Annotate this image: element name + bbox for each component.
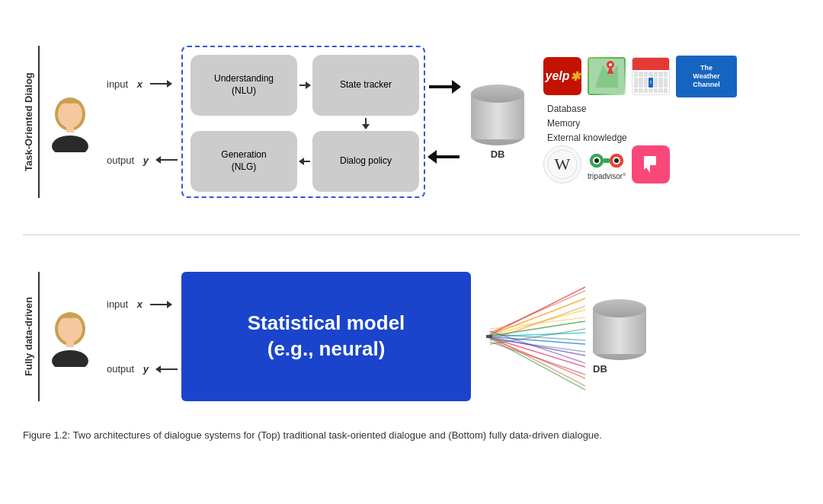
svg-rect-3 bbox=[66, 125, 74, 132]
arrows-to-db bbox=[429, 46, 460, 198]
main-container: Task-Oriented Dialog input x bbox=[0, 0, 823, 504]
weather-channel-icon: TheWeatherChannel bbox=[676, 56, 737, 97]
top-section: Task-Oriented Dialog input x bbox=[23, 15, 800, 228]
input-label-top: input x bbox=[107, 78, 178, 90]
dashed-box: Understanding(NLU) State tracker Generat… bbox=[181, 46, 425, 198]
state-tracker-module: State tracker bbox=[312, 55, 419, 116]
arrow-from-db bbox=[429, 155, 460, 158]
output-label-top: output y bbox=[107, 155, 178, 166]
svg-line-39 bbox=[490, 337, 585, 386]
foursquare-icon bbox=[632, 145, 670, 183]
svg-line-35 bbox=[490, 334, 585, 340]
svg-rect-20 bbox=[66, 340, 74, 347]
svg-text:W: W bbox=[555, 155, 571, 174]
icons-row-top: yelp✱ 5 bbox=[543, 56, 737, 97]
statistical-model-text: Statistical model (e.g., neural) bbox=[248, 311, 405, 362]
right-icons: yelp✱ 5 bbox=[543, 56, 737, 189]
arrow-nlu-to-state bbox=[297, 55, 312, 116]
map-icon bbox=[588, 57, 626, 95]
db-label-bottom: DB bbox=[593, 363, 646, 375]
wikipedia-icon: W bbox=[543, 145, 581, 183]
figure-caption: Figure 1.2: Two architectures of dialogu… bbox=[23, 424, 800, 444]
section-divider bbox=[23, 234, 800, 235]
db-label-top: DB bbox=[491, 148, 505, 160]
arrow-to-db-top bbox=[429, 85, 460, 88]
tripadvisor-icon bbox=[588, 149, 626, 172]
svg-point-19 bbox=[58, 315, 82, 343]
calendar-icon: 5 bbox=[632, 57, 670, 95]
bottom-avatar bbox=[46, 306, 95, 367]
bottom-section: Fully data-driven input x output y bbox=[23, 249, 800, 424]
svg-point-15 bbox=[614, 158, 619, 163]
neural-network-visualization bbox=[486, 272, 585, 401]
nlu-module: Understanding(NLU) bbox=[191, 55, 297, 116]
top-avatar bbox=[46, 91, 95, 152]
arrow-state-to-policy bbox=[312, 116, 419, 131]
top-io-labels: input x output y bbox=[107, 46, 178, 198]
svg-point-2 bbox=[58, 100, 82, 128]
svg-rect-16 bbox=[603, 158, 610, 163]
svg-point-17 bbox=[52, 350, 88, 367]
nlg-module: Generation(NLG) bbox=[191, 131, 297, 192]
db-cylinder-top: DB bbox=[471, 85, 524, 160]
yelp-icon: yelp✱ bbox=[543, 57, 581, 95]
db-cylinder-bottom: DB bbox=[593, 299, 646, 375]
tripadvisor-label: tripadvisor° bbox=[588, 172, 626, 180]
arrow-policy-to-nlg bbox=[297, 131, 312, 192]
output-label-bottom: output y bbox=[107, 363, 178, 375]
dialog-policy-module: Dialog policy bbox=[312, 131, 419, 192]
statistical-model-box: Statistical model (e.g., neural) bbox=[181, 272, 471, 401]
weather-text: TheWeatherChannel bbox=[693, 64, 720, 88]
input-label-bottom: input x bbox=[107, 298, 178, 310]
svg-point-7 bbox=[609, 63, 612, 66]
top-vertical-label: Task-Oriented Dialog bbox=[23, 46, 40, 198]
icons-row-bottom: W tripadvisor° bbox=[543, 145, 737, 183]
bottom-vertical-label: Fully data-driven bbox=[23, 272, 40, 401]
tripadvisor-icon-wrapper: tripadvisor° bbox=[588, 149, 626, 180]
knowledge-labels: Database Memory External knowledge bbox=[547, 102, 737, 146]
svg-point-0 bbox=[52, 136, 88, 152]
bottom-io-labels: input x output y bbox=[107, 272, 178, 401]
svg-point-14 bbox=[594, 158, 599, 163]
svg-line-28 bbox=[486, 337, 585, 367]
